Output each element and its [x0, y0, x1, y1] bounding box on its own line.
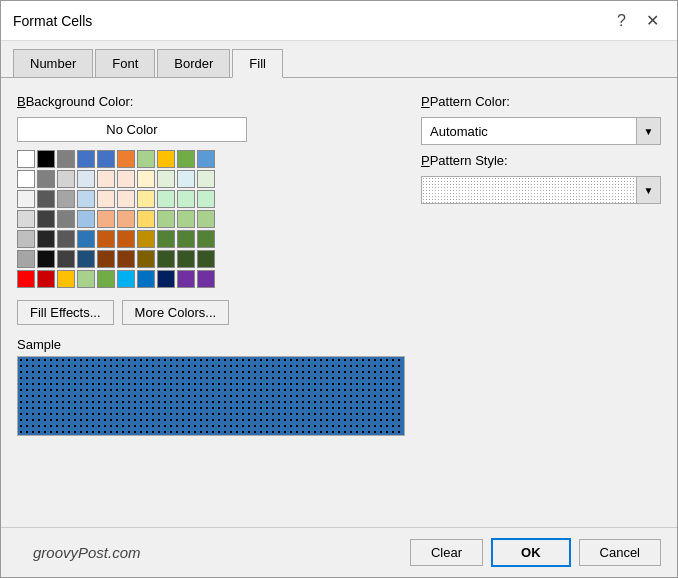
color-cell-6-6[interactable] [137, 270, 155, 288]
color-cell-2-4[interactable] [97, 190, 115, 208]
color-cell-0-3[interactable] [77, 150, 95, 168]
color-cell-4-0[interactable] [17, 230, 35, 248]
color-cell-0-4[interactable] [97, 150, 115, 168]
color-cell-3-9[interactable] [197, 210, 215, 228]
color-cell-3-5[interactable] [117, 210, 135, 228]
dialog-title: Format Cells [13, 13, 92, 29]
color-cell-3-0[interactable] [17, 210, 35, 228]
left-panel: BBackground Color: No Color Fill Effects… [17, 94, 405, 511]
color-cell-0-9[interactable] [197, 150, 215, 168]
color-cell-3-6[interactable] [137, 210, 155, 228]
color-cell-3-7[interactable] [157, 210, 175, 228]
color-cell-4-7[interactable] [157, 230, 175, 248]
color-cell-1-9[interactable] [197, 170, 215, 188]
color-cell-1-5[interactable] [117, 170, 135, 188]
color-cell-6-2[interactable] [57, 270, 75, 288]
color-cell-0-5[interactable] [117, 150, 135, 168]
color-cell-5-3[interactable] [77, 250, 95, 268]
color-cell-3-3[interactable] [77, 210, 95, 228]
color-cell-0-8[interactable] [177, 150, 195, 168]
color-cell-5-4[interactable] [97, 250, 115, 268]
color-cell-0-7[interactable] [157, 150, 175, 168]
color-cell-2-6[interactable] [137, 190, 155, 208]
color-cell-1-3[interactable] [77, 170, 95, 188]
color-cell-6-5[interactable] [117, 270, 135, 288]
color-cell-4-8[interactable] [177, 230, 195, 248]
right-panel: PPattern Color: Automatic ▼ PPattern Sty… [421, 94, 661, 511]
color-cell-6-1[interactable] [37, 270, 55, 288]
color-cell-5-9[interactable] [197, 250, 215, 268]
pattern-style-dropdown[interactable]: ▼ [421, 176, 661, 204]
color-cell-4-4[interactable] [97, 230, 115, 248]
no-color-button[interactable]: No Color [17, 117, 247, 142]
color-row-0 [17, 150, 405, 168]
color-cell-4-1[interactable] [37, 230, 55, 248]
color-cell-2-9[interactable] [197, 190, 215, 208]
color-cell-2-0[interactable] [17, 190, 35, 208]
tab-border[interactable]: Border [157, 49, 230, 77]
color-row-6 [17, 270, 405, 288]
color-cell-6-0[interactable] [17, 270, 35, 288]
tab-font[interactable]: Font [95, 49, 155, 77]
color-cell-1-2[interactable] [57, 170, 75, 188]
color-cell-0-6[interactable] [137, 150, 155, 168]
color-cell-0-2[interactable] [57, 150, 75, 168]
color-cell-4-6[interactable] [137, 230, 155, 248]
color-cell-2-3[interactable] [77, 190, 95, 208]
color-cell-4-2[interactable] [57, 230, 75, 248]
tab-number[interactable]: Number [13, 49, 93, 77]
color-cell-5-1[interactable] [37, 250, 55, 268]
pattern-color-dropdown[interactable]: Automatic ▼ [421, 117, 661, 145]
color-cell-2-2[interactable] [57, 190, 75, 208]
color-cell-2-1[interactable] [37, 190, 55, 208]
pattern-color-label: PPattern Color: [421, 94, 661, 109]
color-cell-6-8[interactable] [177, 270, 195, 288]
color-cell-0-1[interactable] [37, 150, 55, 168]
color-cell-4-5[interactable] [117, 230, 135, 248]
color-cell-1-4[interactable] [97, 170, 115, 188]
color-cell-5-7[interactable] [157, 250, 175, 268]
color-cell-1-6[interactable] [137, 170, 155, 188]
background-color-label: BBackground Color: [17, 94, 405, 109]
help-button[interactable]: ? [611, 10, 632, 32]
dialog-footer: groovyPost.com Clear OK Cancel [1, 527, 677, 577]
color-cell-5-0[interactable] [17, 250, 35, 268]
color-cell-4-9[interactable] [197, 230, 215, 248]
color-cell-3-2[interactable] [57, 210, 75, 228]
color-cell-2-7[interactable] [157, 190, 175, 208]
pattern-style-arrow[interactable]: ▼ [636, 177, 660, 203]
fill-action-buttons: Fill Effects... More Colors... [17, 300, 405, 325]
color-cell-1-0[interactable] [17, 170, 35, 188]
color-cell-6-4[interactable] [97, 270, 115, 288]
color-row-1 [17, 170, 405, 188]
color-cell-5-6[interactable] [137, 250, 155, 268]
color-cell-0-0[interactable] [17, 150, 35, 168]
close-button[interactable]: ✕ [640, 9, 665, 32]
cancel-button[interactable]: Cancel [579, 539, 661, 566]
color-cell-2-5[interactable] [117, 190, 135, 208]
ok-button[interactable]: OK [491, 538, 571, 567]
color-cell-3-8[interactable] [177, 210, 195, 228]
color-cell-3-4[interactable] [97, 210, 115, 228]
color-cell-6-7[interactable] [157, 270, 175, 288]
color-cell-1-1[interactable] [37, 170, 55, 188]
pattern-color-arrow[interactable]: ▼ [636, 118, 660, 144]
fill-effects-button[interactable]: Fill Effects... [17, 300, 114, 325]
sample-box [17, 356, 405, 436]
color-cell-5-5[interactable] [117, 250, 135, 268]
more-colors-button[interactable]: More Colors... [122, 300, 230, 325]
sample-section: Sample [17, 337, 405, 436]
color-cell-3-1[interactable] [37, 210, 55, 228]
color-cell-6-9[interactable] [197, 270, 215, 288]
color-cell-1-7[interactable] [157, 170, 175, 188]
tab-fill[interactable]: Fill [232, 49, 283, 78]
color-cell-1-8[interactable] [177, 170, 195, 188]
color-cell-2-8[interactable] [177, 190, 195, 208]
color-grid [17, 150, 405, 288]
clear-button[interactable]: Clear [410, 539, 483, 566]
color-cell-4-3[interactable] [77, 230, 95, 248]
main-content: BBackground Color: No Color Fill Effects… [1, 78, 677, 527]
color-cell-5-2[interactable] [57, 250, 75, 268]
color-cell-5-8[interactable] [177, 250, 195, 268]
color-cell-6-3[interactable] [77, 270, 95, 288]
